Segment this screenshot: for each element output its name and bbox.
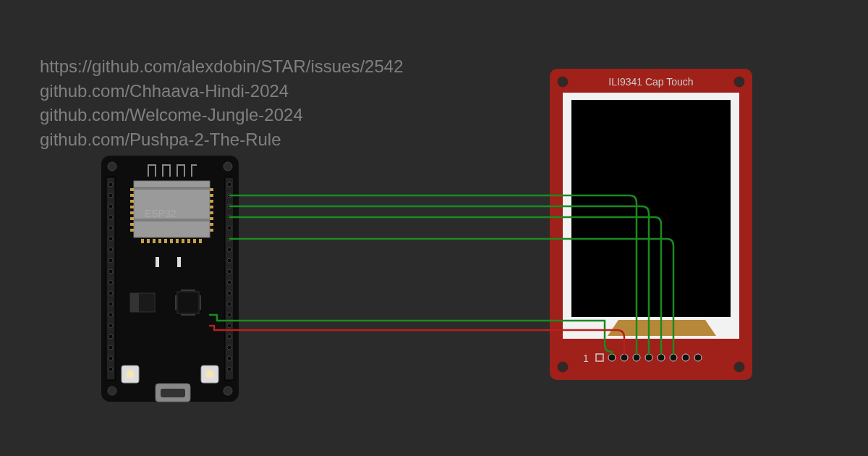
svg-rect-75 <box>177 257 181 267</box>
svg-point-1 <box>108 162 116 171</box>
svg-point-102 <box>658 354 665 361</box>
svg-point-12 <box>109 237 113 241</box>
svg-rect-55 <box>210 188 213 191</box>
svg-point-42 <box>227 367 231 371</box>
svg-rect-72 <box>193 239 196 243</box>
svg-rect-44 <box>134 187 210 190</box>
svg-rect-53 <box>130 223 134 226</box>
svg-point-103 <box>670 354 677 361</box>
svg-point-40 <box>227 345 231 350</box>
svg-point-100 <box>633 354 640 361</box>
svg-point-11 <box>109 226 113 230</box>
svg-point-15 <box>109 269 113 274</box>
svg-rect-70 <box>182 239 184 243</box>
svg-rect-65 <box>153 239 156 243</box>
svg-point-23 <box>109 356 113 360</box>
svg-point-21 <box>109 334 113 339</box>
svg-rect-63 <box>141 239 144 243</box>
svg-rect-47 <box>130 188 134 191</box>
svg-point-33 <box>227 269 231 274</box>
svg-rect-59 <box>210 211 213 214</box>
svg-rect-52 <box>130 217 134 220</box>
svg-rect-78 <box>177 292 199 313</box>
svg-point-91 <box>734 77 744 87</box>
svg-point-35 <box>227 291 231 295</box>
svg-rect-49 <box>130 200 134 203</box>
button-right <box>201 366 218 383</box>
svg-point-14 <box>109 258 113 263</box>
wiring-diagram: ESP32 <box>0 0 868 456</box>
svg-point-16 <box>109 280 113 284</box>
svg-rect-69 <box>176 239 179 243</box>
svg-rect-48 <box>130 194 134 197</box>
svg-point-20 <box>109 324 113 328</box>
display-module: ILI9341 Cap Touch 1 <box>550 69 752 380</box>
svg-rect-50 <box>130 206 134 208</box>
svg-rect-67 <box>164 239 167 243</box>
svg-rect-74 <box>156 257 159 267</box>
svg-point-39 <box>227 334 231 339</box>
svg-point-17 <box>109 291 113 295</box>
svg-point-88 <box>205 370 214 379</box>
svg-rect-64 <box>147 239 150 243</box>
svg-rect-77 <box>130 293 139 312</box>
svg-point-90 <box>558 77 568 87</box>
pin-one-label: 1 <box>583 352 589 364</box>
svg-point-22 <box>109 345 113 350</box>
svg-point-8 <box>109 193 113 198</box>
svg-rect-71 <box>187 239 190 243</box>
svg-rect-66 <box>158 239 161 243</box>
esp32-board: ESP32 <box>101 156 239 402</box>
svg-rect-56 <box>210 194 213 197</box>
svg-point-32 <box>227 258 231 263</box>
svg-point-3 <box>108 387 116 395</box>
svg-point-9 <box>109 204 113 208</box>
svg-point-19 <box>109 313 113 317</box>
svg-point-37 <box>227 313 231 317</box>
svg-point-93 <box>734 362 744 372</box>
svg-point-7 <box>109 182 113 187</box>
svg-rect-54 <box>130 229 134 232</box>
svg-rect-73 <box>199 239 202 243</box>
svg-point-31 <box>227 248 231 252</box>
svg-point-36 <box>227 302 231 306</box>
svg-rect-57 <box>210 200 213 203</box>
svg-point-10 <box>109 215 113 219</box>
svg-point-24 <box>109 367 113 371</box>
svg-point-104 <box>682 354 689 361</box>
svg-rect-68 <box>170 239 173 243</box>
svg-point-13 <box>109 248 113 252</box>
svg-point-99 <box>621 354 628 361</box>
svg-point-29 <box>227 226 231 230</box>
svg-point-18 <box>109 302 113 306</box>
svg-point-4 <box>224 387 232 395</box>
svg-rect-62 <box>210 229 213 232</box>
display-label: ILI9341 Cap Touch <box>608 76 693 88</box>
svg-point-34 <box>227 280 231 284</box>
svg-point-25 <box>227 182 231 187</box>
svg-rect-84 <box>161 389 185 397</box>
svg-point-38 <box>227 324 231 328</box>
svg-point-101 <box>645 354 652 361</box>
svg-point-105 <box>694 354 702 361</box>
svg-rect-51 <box>130 211 134 214</box>
svg-point-86 <box>126 370 135 379</box>
button-left <box>122 366 139 383</box>
esp32-label: ESP32 <box>145 208 176 219</box>
svg-rect-61 <box>210 223 213 226</box>
svg-point-92 <box>558 362 568 372</box>
svg-point-2 <box>224 162 232 171</box>
svg-point-98 <box>608 354 616 361</box>
svg-rect-60 <box>210 217 213 220</box>
svg-point-41 <box>227 356 231 360</box>
svg-rect-58 <box>210 206 213 208</box>
svg-rect-95 <box>571 100 731 317</box>
